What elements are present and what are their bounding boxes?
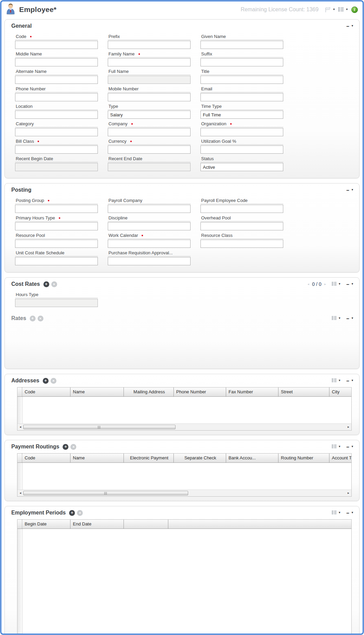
column-chooser-button[interactable]: ▼	[332, 510, 341, 515]
utilization-goal-input[interactable]	[200, 145, 283, 154]
chevron-down-icon: ▼	[338, 379, 341, 382]
column-header-mailing-address[interactable]: Mailing Address	[124, 388, 174, 396]
category-input[interactable]	[15, 128, 98, 136]
column-chooser-button[interactable]: ▼	[332, 316, 341, 321]
collapse-minus-button[interactable]: −	[346, 24, 349, 29]
add-cost-rate-button[interactable]: +	[43, 281, 49, 287]
collapse-caret-button[interactable]: ▼	[351, 445, 354, 448]
company-input[interactable]	[108, 128, 191, 136]
resource-pool-input[interactable]	[15, 240, 98, 248]
currency-input[interactable]	[108, 145, 191, 154]
resource-class-input[interactable]	[200, 240, 283, 248]
bill-class-input[interactable]	[15, 145, 98, 154]
delete-employment-period-button[interactable]: ×	[77, 510, 83, 516]
family-name-input[interactable]	[108, 58, 191, 66]
delete-cost-rate-button[interactable]: ×	[51, 281, 57, 287]
field-label: Family Name	[108, 51, 135, 56]
collapse-caret-button[interactable]: ▼	[351, 379, 354, 382]
addresses-hscrollbar[interactable]: ◄ ►	[17, 423, 351, 430]
pager-prev-icon[interactable]: ◄	[307, 283, 310, 286]
purchase-requisition-approval-input[interactable]	[108, 257, 191, 265]
column-header-begin-date[interactable]: Begin Date	[22, 520, 70, 529]
work-calendar-input[interactable]	[108, 240, 191, 248]
payroll-company-input[interactable]	[108, 205, 191, 213]
status-input[interactable]	[200, 163, 283, 171]
column-header-bank-account[interactable]: Bank Accou...	[226, 454, 278, 462]
phone-number-input[interactable]	[15, 93, 98, 101]
collapse-caret-button[interactable]: ▼	[351, 317, 354, 320]
column-header-phone-number[interactable]: Phone Number	[174, 388, 226, 396]
add-payment-routing-button[interactable]: +	[63, 444, 68, 450]
column-chooser-button[interactable]: ▼	[332, 444, 341, 449]
overhead-pool-input[interactable]	[200, 222, 283, 230]
column-header-name[interactable]: Name	[70, 388, 124, 396]
delete-rate-button: ×	[38, 316, 43, 321]
field-label: Prefix	[108, 34, 120, 39]
scroll-left-icon[interactable]: ◄	[18, 492, 23, 495]
collapse-caret-button[interactable]: ▼	[351, 511, 354, 514]
middle-name-input[interactable]	[15, 58, 98, 66]
time-type-input[interactable]	[200, 111, 283, 119]
scrollbar-track[interactable]	[23, 424, 346, 430]
column-header-city[interactable]: City	[329, 388, 351, 396]
payroll-employee-code-input[interactable]	[200, 205, 283, 213]
collapse-caret-button[interactable]: ▼	[351, 283, 354, 285]
scrollbar-track[interactable]	[23, 491, 346, 496]
column-header-code[interactable]: Code	[22, 388, 70, 396]
scroll-left-icon[interactable]: ◄	[18, 426, 23, 429]
field-label: Bill Class	[16, 139, 34, 144]
section-addresses: Addresses + × ▼	[4, 374, 360, 435]
add-employment-period-button[interactable]: +	[69, 510, 75, 516]
column-chooser-button[interactable]: ▼	[338, 7, 348, 12]
location-input[interactable]	[15, 111, 98, 119]
required-marker	[30, 36, 31, 37]
pager-next-icon[interactable]: ►	[324, 283, 326, 286]
column-header-electronic-payment[interactable]: Electronic Payment	[124, 454, 174, 462]
column-header-end-date[interactable]: End Date	[70, 520, 124, 529]
required-marker	[48, 200, 49, 201]
collapse-caret-button[interactable]: ▼	[351, 189, 354, 191]
scroll-right-icon[interactable]: ►	[346, 492, 351, 495]
add-address-button[interactable]: +	[43, 378, 49, 384]
mobile-number-input[interactable]	[108, 93, 191, 101]
column-header-routing-number[interactable]: Routing Number	[278, 454, 329, 462]
collapse-caret-button[interactable]: ▼	[351, 25, 354, 27]
scrollbar-thumb[interactable]	[23, 425, 176, 429]
column-header-street[interactable]: Street	[278, 388, 329, 396]
field-label: Overhead Pool	[201, 215, 231, 220]
discipline-input[interactable]	[108, 222, 191, 230]
column-header-name[interactable]: Name	[70, 454, 124, 462]
scroll-right-icon[interactable]: ►	[346, 426, 351, 429]
collapse-minus-button[interactable]: −	[346, 282, 349, 287]
type-input[interactable]	[108, 111, 191, 119]
unit-cost-rate-schedule-input[interactable]	[15, 257, 98, 265]
alternate-name-input[interactable]	[15, 76, 98, 84]
collapse-minus-button[interactable]: −	[346, 444, 349, 449]
code-input[interactable]	[15, 41, 98, 49]
column-header-separate-check[interactable]: Separate Check	[174, 454, 226, 462]
title-input[interactable]	[200, 76, 283, 84]
column-header-fax-number[interactable]: Fax Number	[226, 388, 278, 396]
suffix-input[interactable]	[200, 58, 283, 66]
scrollbar-thumb[interactable]	[23, 491, 188, 495]
collapse-minus-button[interactable]: −	[346, 188, 349, 193]
delete-payment-routing-button[interactable]: ×	[70, 444, 76, 450]
email-input[interactable]	[200, 93, 283, 101]
posting-group-input[interactable]	[15, 205, 98, 213]
column-chooser-button[interactable]: ▼	[332, 378, 341, 383]
field-label: Discipline	[108, 215, 128, 220]
payment-routings-hscrollbar[interactable]: ◄ ►	[17, 490, 351, 496]
collapse-minus-button[interactable]: −	[346, 378, 349, 383]
info-icon[interactable]: i	[351, 7, 358, 13]
organization-input[interactable]	[200, 128, 283, 136]
delete-address-button[interactable]: ×	[51, 378, 56, 384]
flag-button[interactable]: ▼	[324, 7, 335, 13]
prefix-input[interactable]	[108, 41, 191, 49]
primary-hours-type-input[interactable]	[15, 222, 98, 230]
collapse-minus-button[interactable]: −	[346, 316, 349, 321]
collapse-minus-button[interactable]: −	[346, 510, 349, 516]
given-name-input[interactable]	[200, 41, 283, 49]
column-header-account-type[interactable]: Account T	[329, 454, 351, 462]
column-header-code[interactable]: Code	[22, 454, 70, 462]
column-chooser-button[interactable]: ▼	[332, 282, 341, 287]
